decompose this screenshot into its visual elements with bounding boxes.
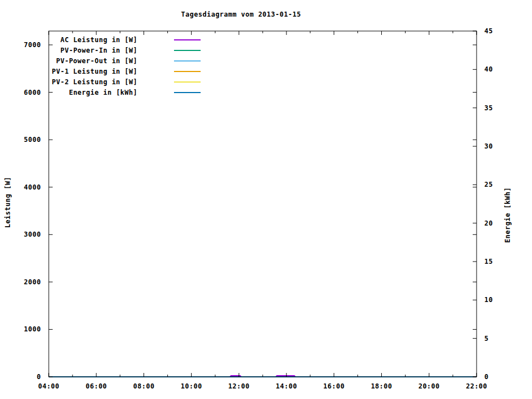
y2-tick-label: 25	[484, 181, 493, 188]
y-tick-label: 2000	[24, 278, 41, 286]
x-tick-label: 04:00	[38, 382, 60, 390]
x-tick-label: 14:00	[276, 382, 298, 390]
legend-label: PV-2 Leistung in [W]	[27, 78, 137, 86]
legend-line-sample	[174, 92, 201, 93]
legend-line-sample	[174, 60, 201, 62]
x-tick-label: 16:00	[323, 382, 345, 390]
legend-item: PV-2 Leistung in [W]	[27, 76, 201, 87]
legend-line-sample	[174, 81, 201, 83]
y2-axis-label: Energie [kWh]	[504, 187, 511, 243]
y2-tick-label: 20	[484, 219, 493, 227]
x-tick-label: 22:00	[466, 382, 488, 390]
legend-line-sample	[174, 50, 201, 51]
legend-item: PV-Power-Out in [W]	[27, 55, 201, 66]
gnuplot-page: { "page": { "background": "#ffffff", "te…	[0, 0, 532, 399]
y-tick-label: 1000	[24, 325, 41, 333]
legend-label: Energie in [kWh]	[27, 89, 137, 96]
y-tick-label: 3000	[24, 231, 41, 238]
x-tick-label: 20:00	[418, 382, 440, 390]
y2-tick-label: 0	[484, 373, 489, 381]
legend-label: PV-Power-In in [W]	[27, 47, 137, 54]
y2-tick-label: 40	[484, 65, 493, 73]
legend-label: PV-1 Leistung in [W]	[27, 68, 137, 75]
legend-line-sample	[174, 71, 201, 72]
x-tick-label: 12:00	[228, 382, 250, 390]
legend-item: PV-Power-In in [W]	[27, 45, 201, 55]
y2-tick-label: 30	[484, 142, 493, 150]
y-tick-label: 4000	[24, 183, 41, 191]
y-tick-label: 0	[37, 373, 41, 381]
y2-tick-label: 5	[484, 335, 489, 342]
y2-tick-label: 15	[484, 258, 493, 265]
x-tick-label: 08:00	[133, 382, 155, 390]
y-tick-label: 5000	[24, 136, 41, 144]
x-tick-label: 10:00	[181, 382, 202, 390]
y2-tick-label: 45	[484, 27, 493, 35]
x-tick-label: 06:00	[85, 382, 107, 390]
legend-label: PV-Power-Out in [W]	[27, 57, 137, 65]
legend-item: AC Leistung in [W]	[27, 34, 201, 45]
legend-label: AC Leistung in [W]	[27, 36, 137, 44]
legend: AC Leistung in [W] PV-Power-In in [W] PV…	[27, 34, 201, 98]
y-axis-label: Leistung [W]	[4, 177, 12, 228]
legend-item: Energie in [kWh]	[27, 87, 201, 98]
x-tick-label: 18:00	[371, 382, 392, 390]
y2-tick-label: 10	[484, 296, 493, 304]
y2-tick-label: 35	[484, 104, 493, 112]
legend-item: PV-1 Leistung in [W]	[27, 66, 201, 76]
legend-line-sample	[174, 39, 201, 40]
chart-title: Tagesdiagramm vom 2013-01-15	[181, 11, 301, 18]
